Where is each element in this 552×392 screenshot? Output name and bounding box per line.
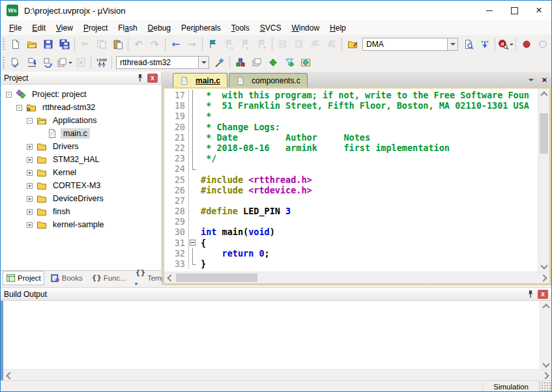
code-editor[interactable]: 17 * with this program; if not, write to… (164, 89, 538, 272)
redo-icon[interactable]: ↷ (147, 36, 163, 52)
pack-installer-icon[interactable] (297, 55, 313, 70)
breakpoint-toggle-icon[interactable] (518, 36, 534, 52)
tree-item-kernel-sample[interactable]: +kernel-sample (1, 218, 161, 231)
bookmark-next-icon[interactable] (237, 36, 254, 52)
dropdown-caret-icon[interactable] (68, 62, 72, 64)
scroll-up-button[interactable] (540, 301, 551, 311)
tree-item-stm32-hal[interactable]: +STM32_HAL (1, 153, 161, 166)
new-file-icon[interactable] (7, 36, 23, 52)
tree-item-kernel[interactable]: +Kernel (1, 166, 161, 179)
menu-debug[interactable]: Debug (143, 21, 176, 35)
paste-icon[interactable] (109, 36, 126, 52)
collapse-icon[interactable]: - (16, 105, 22, 111)
undo-icon[interactable]: ↶ (130, 36, 147, 52)
maximize-button[interactable] (502, 1, 527, 20)
build-output-content[interactable] (1, 301, 551, 381)
minimize-button[interactable] (477, 1, 502, 20)
manage-components-icon[interactable] (265, 55, 281, 70)
uncomment-icon[interactable] (323, 36, 340, 52)
close-document-icon[interactable]: × (542, 75, 547, 85)
save-all-icon[interactable] (56, 36, 72, 52)
build-icon[interactable] (23, 55, 40, 70)
pin-button[interactable] (135, 74, 145, 83)
scroll-down-button[interactable] (540, 359, 551, 370)
tree-item-rtthread-stm32[interactable]: -rtthread-stm32 (1, 101, 161, 114)
expand-icon[interactable]: + (27, 157, 33, 163)
indent-icon[interactable] (274, 36, 291, 52)
batch-build-icon[interactable] (56, 55, 72, 70)
find-next-icon[interactable] (476, 36, 493, 52)
manage-rte-icon[interactable] (232, 55, 248, 70)
expand-icon[interactable]: + (27, 144, 33, 150)
tab-list-dropdown-icon[interactable] (529, 79, 534, 81)
find-combo-field[interactable]: DMA (362, 38, 447, 51)
translate-icon[interactable] (7, 55, 23, 70)
navigate-forward-icon[interactable]: → (184, 36, 200, 52)
collapse-icon[interactable]: - (6, 92, 12, 98)
pin-button[interactable] (525, 290, 535, 299)
target-combo[interactable]: rtthread-stm32 (116, 56, 209, 69)
toolbar-grip[interactable] (3, 57, 5, 68)
copy-icon[interactable] (93, 36, 109, 52)
scroll-left-button[interactable] (164, 272, 175, 283)
project-panel-close-button[interactable]: x (147, 74, 158, 83)
target-combo-field[interactable]: rtthread-stm32 (116, 56, 198, 69)
build-output-vertical-scrollbar[interactable] (540, 301, 551, 370)
build-output-horizontal-scrollbar[interactable] (3, 369, 551, 381)
outdent-icon[interactable] (291, 36, 307, 52)
cut-icon[interactable]: ✂ (77, 36, 93, 52)
save-icon[interactable] (40, 36, 56, 52)
project-windows-icon[interactable] (248, 55, 265, 70)
panel-tab-func[interactable]: {}Func... (89, 271, 130, 285)
scroll-left-button[interactable] (3, 370, 14, 381)
menu-file[interactable]: File (4, 21, 27, 35)
options-target-icon[interactable] (211, 55, 227, 70)
expand-icon[interactable]: + (27, 170, 33, 176)
expand-icon[interactable]: + (27, 196, 33, 202)
stop-build-icon[interactable] (72, 55, 89, 70)
tree-item-devicedrivers[interactable]: +DeviceDrivers (1, 192, 161, 205)
tree-item-drivers[interactable]: +Drivers (1, 140, 161, 153)
find-combo-dropdown-button[interactable] (447, 38, 458, 51)
tree-item-main-c[interactable]: main.c (1, 127, 161, 140)
panel-tab-books[interactable]: Books (47, 271, 86, 285)
debug-session-icon[interactable]: d (497, 36, 514, 52)
resize-grip[interactable] (540, 381, 551, 392)
scroll-up-button[interactable] (538, 89, 549, 99)
menu-view[interactable]: View (51, 21, 78, 35)
expand-icon[interactable]: + (27, 222, 33, 228)
menu-svcs[interactable]: SVCS (255, 21, 287, 35)
tree-item-project-project[interactable]: -Project: project (1, 88, 161, 101)
scroll-right-button[interactable] (539, 272, 549, 283)
tree-item-applications[interactable]: -Applications (1, 114, 161, 127)
open-file-icon[interactable] (23, 36, 40, 52)
dropdown-caret-icon[interactable] (510, 44, 514, 46)
document-tab-components-c[interactable]: components.c (229, 73, 308, 87)
bookmark-toggle-icon[interactable] (205, 36, 221, 52)
search-document-icon[interactable] (460, 36, 476, 52)
menu-help[interactable]: Help (325, 21, 351, 35)
rebuild-icon[interactable] (40, 55, 56, 70)
panel-tab-project[interactable]: Project (3, 271, 44, 285)
editor-horizontal-scrollbar[interactable] (164, 272, 549, 283)
vertical-scroll-thumb[interactable] (540, 113, 548, 154)
editor-vertical-scrollbar[interactable] (538, 89, 549, 272)
download-icon[interactable]: LOAD (93, 55, 109, 70)
menu-peripherals[interactable]: Peripherals (176, 21, 226, 35)
document-tab-main-c[interactable]: main.c (173, 73, 227, 87)
collapse-icon[interactable]: - (27, 118, 33, 124)
tree-item-finsh[interactable]: +finsh (1, 205, 161, 218)
scroll-right-button[interactable] (541, 370, 551, 381)
horizontal-scroll-thumb[interactable] (176, 273, 257, 282)
menu-window[interactable]: Window (286, 21, 325, 35)
expand-icon[interactable]: + (27, 183, 33, 189)
find-combo[interactable]: DMA (362, 38, 458, 51)
target-combo-dropdown-button[interactable] (198, 56, 209, 69)
expand-icon[interactable]: + (27, 209, 33, 215)
menu-flash[interactable]: Flash (113, 21, 142, 35)
build-output-close-button[interactable]: x (538, 290, 548, 299)
close-button[interactable]: × (527, 1, 551, 20)
comment-icon[interactable] (307, 36, 323, 52)
navigate-back-icon[interactable]: ← (167, 36, 184, 52)
fold-collapse-icon[interactable] (188, 238, 197, 248)
